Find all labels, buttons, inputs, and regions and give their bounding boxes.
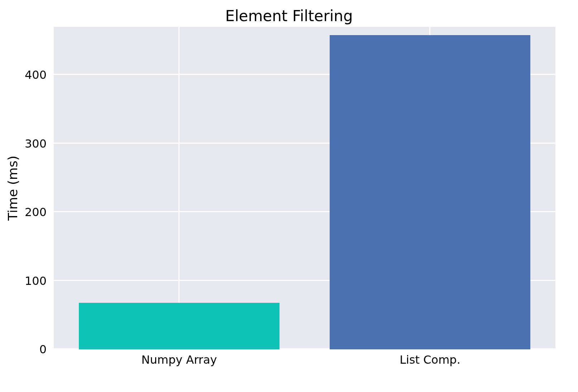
x-gridline [178,27,180,349]
figure: Element Filtering Time (ms) 0 100 200 30… [0,0,578,392]
x-tick-label: List Comp. [400,353,460,367]
chart-title: Element Filtering [0,7,578,25]
y-tick-label: 100 [0,274,47,288]
x-tick-label: Numpy Array [142,353,217,367]
y-tick-label: 300 [0,137,47,150]
y-tick-label: 0 [0,343,47,356]
bar-numpy-array [79,303,280,349]
bar-list-comp [330,35,530,349]
y-tick-label: 200 [0,205,47,219]
y-tick-label: 400 [0,68,47,82]
plot-area [54,27,555,349]
